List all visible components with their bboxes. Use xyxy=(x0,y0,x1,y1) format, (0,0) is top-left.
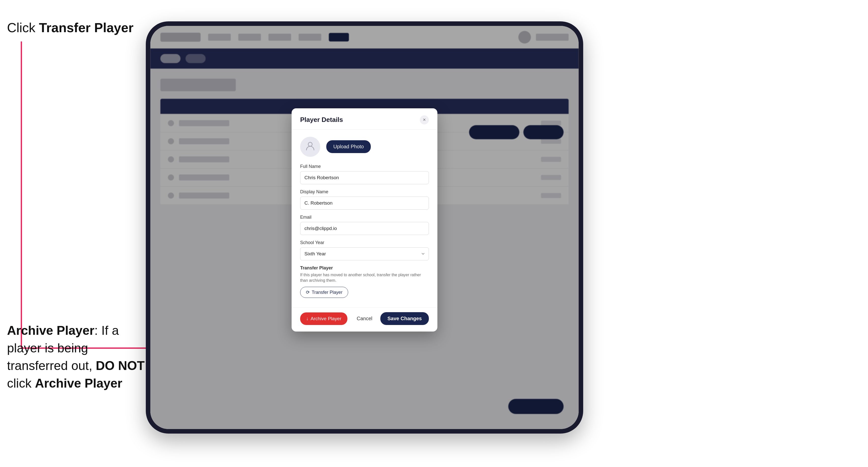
full-name-input[interactable] xyxy=(300,171,429,184)
display-name-label: Display Name xyxy=(300,189,429,194)
avatar-person-icon xyxy=(305,141,315,153)
svg-point-3 xyxy=(308,142,312,146)
email-group: Email xyxy=(300,215,429,235)
transfer-section-label: Transfer Player xyxy=(300,266,429,271)
email-label: Email xyxy=(300,215,429,220)
transfer-icon: ⟳ xyxy=(306,289,310,295)
tablet-device: Player Details × xyxy=(146,21,583,434)
school-year-select[interactable]: First Year Second Year Third Year Fourth… xyxy=(300,247,429,260)
upload-photo-button[interactable]: Upload Photo xyxy=(326,140,371,153)
avatar-circle xyxy=(300,137,320,157)
player-details-modal: Player Details × xyxy=(291,108,437,332)
transfer-player-button[interactable]: ⟳ Transfer Player xyxy=(300,287,348,298)
instruction-bottom: Archive Player: If a player is being tra… xyxy=(7,322,148,392)
email-input[interactable] xyxy=(300,222,429,235)
modal-close-button[interactable]: × xyxy=(420,115,429,124)
instruction-archive-bold: Archive Player xyxy=(35,376,122,390)
instruction-click-text: Click xyxy=(7,20,39,35)
display-name-group: Display Name xyxy=(300,189,429,210)
archive-player-button[interactable]: ↓ Archive Player xyxy=(300,312,347,325)
transfer-player-section: Transfer Player If this player has moved… xyxy=(300,266,429,298)
transfer-section-description: If this player has moved to another scho… xyxy=(300,272,429,283)
modal-header: Player Details × xyxy=(291,108,437,130)
school-year-label: School Year xyxy=(300,240,429,245)
modal-overlay: Player Details × xyxy=(150,26,579,429)
full-name-label: Full Name xyxy=(300,164,429,169)
display-name-input[interactable] xyxy=(300,196,429,210)
instruction-transfer-bold: Transfer Player xyxy=(39,20,133,35)
modal-footer: ↓ Archive Player Cancel Save Changes xyxy=(291,307,437,332)
school-year-group: School Year First Year Second Year Third… xyxy=(300,240,429,260)
tablet-screen: Player Details × xyxy=(150,26,579,429)
modal-title: Player Details xyxy=(300,116,343,124)
transfer-button-label: Transfer Player xyxy=(312,290,342,295)
full-name-group: Full Name xyxy=(300,164,429,184)
save-changes-button[interactable]: Save Changes xyxy=(380,312,429,325)
cancel-button[interactable]: Cancel xyxy=(353,313,376,324)
instruction-click2: click xyxy=(7,376,35,390)
instruction-do-not: DO NOT xyxy=(96,359,145,373)
instruction-important: Archive Player xyxy=(7,323,94,338)
instruction-top: Click Transfer Player xyxy=(7,20,133,35)
archive-button-label: Archive Player xyxy=(311,316,342,321)
archive-icon: ↓ xyxy=(306,316,309,321)
photo-upload-row: Upload Photo xyxy=(300,137,429,157)
modal-body: Upload Photo Full Name Display Name xyxy=(291,130,437,308)
